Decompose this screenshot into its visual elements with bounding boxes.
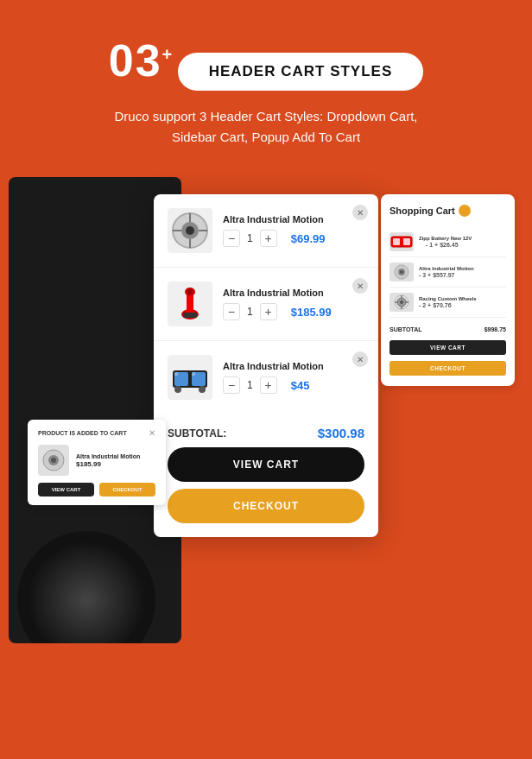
cart-actions: VIEW CART CHECKOUT (154, 447, 378, 523)
step-number: 03+ (109, 35, 174, 86)
svg-point-2 (51, 458, 56, 463)
svg-point-27 (400, 270, 403, 274)
cart-dot-badge (459, 205, 471, 217)
cart-item-3-details: Altra Industrial Motion − 1 + $45 (223, 361, 364, 394)
sidebar-cart-panel: Shopping Cart Zipp Battery New 12V - 1 +… (381, 194, 515, 386)
sidebar-item-1-img (390, 232, 414, 251)
subtotal-value: $300.98 (318, 426, 364, 440)
popup-view-cart-button[interactable]: VIEW CART (38, 483, 94, 497)
svg-rect-19 (192, 372, 195, 376)
content-area: PRODUCT IS ADDED TO CART ✕ Altra Industr… (17, 177, 515, 661)
sidebar-item-1-info: Zipp Battery New 12V - 1 + $26.45 (419, 236, 506, 249)
cart-item-1-price: $69.99 (291, 232, 326, 245)
sidebar-item-2-info: Altra Industrial Motion - 3 + $557.97 (419, 266, 506, 279)
cart-item-1: Altra Industrial Motion − 1 + $69.99 ✕ (154, 194, 378, 268)
cart-item-3-qty: 1 (247, 379, 253, 391)
sidebar-item-3-info: Racing Custom Wheels - 2 + $70.76 (419, 296, 506, 309)
svg-point-30 (400, 300, 403, 304)
svg-rect-23 (393, 238, 400, 245)
cart-item-2-img (168, 281, 212, 326)
section-title: HEADER CART STYLES (209, 63, 393, 79)
cart-item-3-qty-row: − 1 + $45 (223, 376, 364, 394)
sidebar-subtotal-label: SUBTOTAL (390, 326, 421, 332)
svg-rect-14 (183, 313, 197, 318)
cart-subtotal: SUBTOTAL: $300.98 (154, 414, 378, 447)
sidebar-item-1-name: Zipp Battery New 12V (419, 236, 506, 243)
cart-item-3-img (168, 355, 212, 400)
svg-point-5 (186, 226, 194, 235)
sidebar-item-2-name: Altra Industrial Motion (419, 266, 506, 273)
checkout-button[interactable]: CHECKOUT (168, 489, 364, 523)
popup-product-info: Altra Industrial Motion $185.99 (76, 452, 155, 468)
popup-product: Altra Industrial Motion $185.99 (38, 445, 155, 476)
svg-rect-24 (403, 238, 410, 245)
title-badge: HEADER CART STYLES (178, 53, 424, 91)
popup-close-icon[interactable]: ✕ (149, 428, 155, 438)
sidebar-item-3-price: - 2 + $70.76 (419, 302, 506, 308)
cart-item-3-price: $45 (291, 379, 310, 392)
sidebar-subtotal: SUBTOTAL $998.75 (390, 321, 506, 338)
cart-item-2-remove[interactable]: ✕ (352, 278, 368, 294)
cart-item-2-qty: 1 (247, 306, 253, 318)
cart-panel-header: Shopping Cart (390, 205, 506, 217)
cart-item-2-details: Altra Industrial Motion − 1 + $185.99 (223, 288, 364, 320)
sidebar-cart-item-3: Racing Custom Wheels - 2 + $70.76 (390, 288, 506, 318)
sidebar-cart-item-2: Altra Industrial Motion - 3 + $557.97 (390, 257, 506, 288)
svg-point-13 (187, 289, 193, 294)
cart-item-1-details: Altra Industrial Motion − 1 + $69.99 (223, 214, 364, 247)
popup-product-price: $185.99 (76, 460, 155, 468)
popup-checkout-button[interactable]: CHECKOUT (99, 483, 155, 497)
cart-item-3-decrease[interactable]: − (223, 376, 240, 394)
popup-product-name: Altra Industrial Motion (76, 452, 155, 460)
cart-badge-inner (462, 208, 467, 213)
cart-item-2-decrease[interactable]: − (223, 303, 240, 320)
cart-item-1-decrease[interactable]: − (223, 230, 240, 247)
cart-item-3-increase[interactable]: + (260, 376, 277, 394)
cart-item-3-remove[interactable]: ✕ (352, 351, 368, 367)
popup-buttons: VIEW CART CHECKOUT (38, 483, 155, 497)
sidebar-view-cart-button[interactable]: VIEW CART (390, 340, 506, 355)
cart-panel-title: Shopping Cart (390, 206, 455, 216)
cart-item-3: Altra Industrial Motion − 1 + $45 ✕ (154, 341, 378, 414)
cart-item-2-name: Altra Industrial Motion (223, 288, 364, 298)
popup-header: PRODUCT IS ADDED TO CART ✕ (38, 428, 155, 438)
main-cart: Altra Industrial Motion − 1 + $69.99 ✕ (154, 194, 378, 537)
view-cart-button[interactable]: VIEW CART (168, 447, 364, 482)
wheel-image (17, 531, 155, 643)
cart-item-1-img (168, 208, 212, 253)
popup-header-text: PRODUCT IS ADDED TO CART (38, 430, 127, 436)
sidebar-item-3-name: Racing Custom Wheels (419, 296, 506, 303)
sidebar-checkout-button[interactable]: CHECKOUT (390, 361, 506, 376)
section-subtitle: Druco support 3 Header Cart Styles: Drop… (93, 106, 439, 148)
cart-item-1-qty-row: − 1 + $69.99 (223, 230, 364, 247)
cart-item-2: Altra Industrial Motion − 1 + $185.99 ✕ (154, 268, 378, 341)
popup-notification: PRODUCT IS ADDED TO CART ✕ Altra Industr… (28, 420, 166, 505)
svg-rect-18 (174, 372, 178, 376)
popup-product-img (38, 445, 69, 476)
sidebar-item-2-img (390, 262, 414, 281)
header-section: 03+ HEADER CART STYLES Druco support 3 H… (17, 35, 515, 148)
sidebar-subtotal-value: $998.75 (484, 326, 506, 332)
cart-item-2-price: $185.99 (291, 306, 332, 319)
sidebar-cart-item-1: Zipp Battery New 12V - 1 + $26.45 (390, 227, 506, 257)
sidebar-item-3-img (390, 293, 414, 312)
cart-item-1-qty: 1 (247, 232, 253, 244)
subtotal-label: SUBTOTAL: (168, 427, 226, 440)
cart-item-1-increase[interactable]: + (260, 230, 277, 247)
cart-item-1-name: Altra Industrial Motion (223, 214, 364, 225)
cart-item-2-increase[interactable]: + (260, 303, 277, 320)
cart-item-1-remove[interactable]: ✕ (352, 205, 368, 220)
cart-item-3-name: Altra Industrial Motion (223, 361, 364, 371)
sidebar-item-2-price: - 3 + $557.97 (419, 272, 506, 278)
svg-point-21 (199, 386, 206, 393)
sidebar-item-1-price: - 1 + $26.45 (426, 242, 506, 248)
svg-point-20 (174, 386, 181, 393)
cart-item-2-qty-row: − 1 + $185.99 (223, 303, 364, 320)
